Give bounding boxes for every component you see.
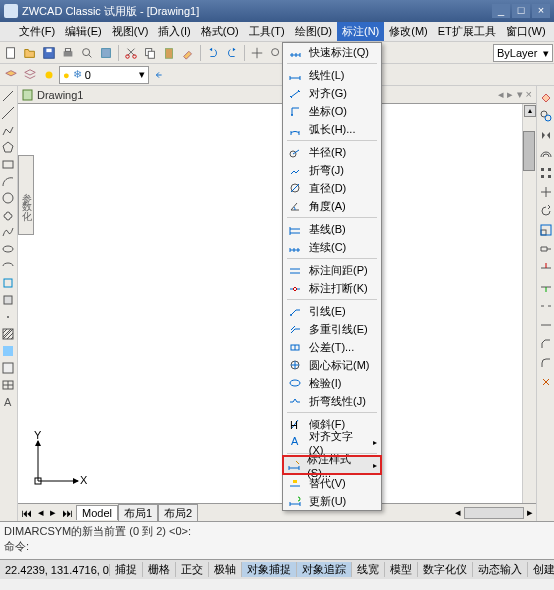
region-icon[interactable] bbox=[0, 360, 16, 376]
join-icon[interactable] bbox=[537, 316, 554, 334]
break-icon[interactable] bbox=[537, 297, 554, 315]
command-line[interactable]: DIMARCSYM的新当前置 (0 到 2) <0>: 命令: bbox=[0, 521, 554, 559]
menu-7[interactable]: 标注(N) bbox=[337, 22, 384, 41]
menuitem-rad[interactable]: 半径(R) bbox=[283, 143, 381, 161]
polygon-icon[interactable] bbox=[0, 139, 16, 155]
status-对象捕捉[interactable]: 对象捕捉 bbox=[242, 562, 297, 577]
hscroll-right[interactable]: ▸ bbox=[524, 506, 536, 519]
menu-4[interactable]: 格式(O) bbox=[196, 22, 244, 41]
status-动态输入[interactable]: 动态输入 bbox=[473, 562, 528, 577]
hscroll-thumb[interactable] bbox=[464, 507, 524, 519]
parametric-palette[interactable]: 参 数 化 bbox=[18, 155, 34, 235]
vertical-scrollbar[interactable]: ▴ bbox=[522, 104, 536, 503]
spline-icon[interactable] bbox=[0, 224, 16, 240]
scroll-thumb[interactable] bbox=[523, 131, 535, 171]
menuitem-ord[interactable]: 坐标(O) bbox=[283, 102, 381, 120]
drawing-area[interactable]: Drawing1 ◂ ▸ ▾ × X Y ▴ ⏮ ◂ ▸ ⏭ bbox=[18, 86, 536, 521]
print-icon[interactable] bbox=[59, 44, 77, 62]
menu-10[interactable]: 窗口(W) bbox=[501, 22, 551, 41]
linetype-combo[interactable]: ByLayer▾ bbox=[493, 44, 553, 62]
arc-icon[interactable] bbox=[0, 173, 16, 189]
menuitem-lea[interactable]: 引线(E) bbox=[283, 302, 381, 320]
line-icon[interactable] bbox=[0, 88, 16, 104]
layer-icon[interactable] bbox=[2, 66, 20, 84]
array-icon[interactable] bbox=[537, 164, 554, 182]
revcloud-icon[interactable] bbox=[0, 207, 16, 223]
preview-icon[interactable] bbox=[78, 44, 96, 62]
menuitem-ali[interactable]: 对齐(G) bbox=[283, 84, 381, 102]
trim-icon[interactable] bbox=[537, 259, 554, 277]
offset-icon[interactable] bbox=[537, 145, 554, 163]
tab-prev[interactable]: ◂ bbox=[35, 506, 47, 519]
redo-icon[interactable] bbox=[223, 44, 241, 62]
menuitem-arc[interactable]: 弧长(H)... bbox=[283, 120, 381, 138]
tab-arrows[interactable]: ◂ ▸ ▾ × bbox=[498, 88, 536, 101]
pline-icon[interactable] bbox=[0, 122, 16, 138]
table-icon[interactable] bbox=[0, 377, 16, 393]
menu-11[interactable]: 帮助(H) bbox=[551, 22, 554, 41]
rectangle-icon[interactable] bbox=[0, 156, 16, 172]
mirror-icon[interactable] bbox=[537, 126, 554, 144]
layer-prev-icon[interactable] bbox=[150, 66, 168, 84]
menu-6[interactable]: 绘图(D) bbox=[290, 22, 337, 41]
menuitem-upd[interactable]: 更新(U) bbox=[283, 492, 381, 510]
insert-icon[interactable] bbox=[0, 275, 16, 291]
document-tab[interactable]: Drawing1 ◂ ▸ ▾ × bbox=[18, 86, 536, 104]
coords-display[interactable]: 22.4239, 131.4716, 0 bbox=[0, 564, 110, 576]
canvas[interactable]: X Y bbox=[18, 104, 522, 503]
chamfer-icon[interactable] bbox=[537, 335, 554, 353]
matchprop-icon[interactable] bbox=[179, 44, 197, 62]
menuitem-sty[interactable]: 标注样式(S)...▸ bbox=[283, 456, 381, 474]
fillet-icon[interactable] bbox=[537, 354, 554, 372]
hatch-icon[interactable] bbox=[0, 326, 16, 342]
point-icon[interactable] bbox=[0, 309, 16, 325]
status-捕捉[interactable]: 捕捉 bbox=[110, 562, 143, 577]
publish-icon[interactable] bbox=[97, 44, 115, 62]
status-正交[interactable]: 正交 bbox=[176, 562, 209, 577]
mtext-icon[interactable]: A bbox=[0, 394, 16, 410]
menu-5[interactable]: 工具(T) bbox=[244, 22, 290, 41]
layer-combo[interactable]: ● ❄ 0 ▾ bbox=[59, 66, 149, 84]
ellipse-icon[interactable] bbox=[0, 241, 16, 257]
menu-1[interactable]: 编辑(E) bbox=[60, 22, 107, 41]
menuitem-jog[interactable]: 折弯(J) bbox=[283, 161, 381, 179]
menu-9[interactable]: ET扩展工具 bbox=[433, 22, 501, 41]
status-线宽[interactable]: 线宽 bbox=[352, 562, 385, 577]
pan-icon[interactable] bbox=[248, 44, 266, 62]
menuitem-con[interactable]: 连续(C) bbox=[283, 238, 381, 256]
xline-icon[interactable] bbox=[0, 105, 16, 121]
cut-icon[interactable] bbox=[122, 44, 140, 62]
undo-icon[interactable] bbox=[204, 44, 222, 62]
menuitem-atx[interactable]: A对齐文字(X)▸ bbox=[283, 433, 381, 451]
menuitem-lin[interactable]: 线性(L) bbox=[283, 66, 381, 84]
status-栅格[interactable]: 栅格 bbox=[143, 562, 176, 577]
tab-layout2[interactable]: 布局2 bbox=[158, 504, 198, 522]
menuitem-qdim[interactable]: 快速标注(Q) bbox=[283, 43, 381, 61]
layer-state-icon[interactable] bbox=[21, 66, 39, 84]
layer-off-icon[interactable] bbox=[40, 66, 58, 84]
block-icon[interactable] bbox=[0, 292, 16, 308]
rotate-icon[interactable] bbox=[537, 202, 554, 220]
paste-icon[interactable] bbox=[160, 44, 178, 62]
circle-icon[interactable] bbox=[0, 190, 16, 206]
menuitem-bas[interactable]: 基线(B) bbox=[283, 220, 381, 238]
maximize-button[interactable]: □ bbox=[512, 4, 530, 18]
new-icon[interactable] bbox=[2, 44, 20, 62]
minimize-button[interactable]: _ bbox=[492, 4, 510, 18]
menuitem-spa[interactable]: 标注间距(P) bbox=[283, 261, 381, 279]
menu-8[interactable]: 修改(M) bbox=[384, 22, 433, 41]
copy-obj-icon[interactable] bbox=[537, 107, 554, 125]
status-极轴[interactable]: 极轴 bbox=[209, 562, 242, 577]
menuitem-tol[interactable]: 公差(T)... bbox=[283, 338, 381, 356]
save-icon[interactable] bbox=[40, 44, 58, 62]
status-数字化仪[interactable]: 数字化仪 bbox=[418, 562, 473, 577]
close-button[interactable]: × bbox=[532, 4, 550, 18]
explode-icon[interactable] bbox=[537, 373, 554, 391]
menuitem-jol[interactable]: 折弯线性(J) bbox=[283, 392, 381, 410]
stretch-icon[interactable] bbox=[537, 240, 554, 258]
status-创建和隐[interactable]: 创建和隐 bbox=[528, 562, 554, 577]
menuitem-ins[interactable]: 检验(I) bbox=[283, 374, 381, 392]
copy-icon[interactable] bbox=[141, 44, 159, 62]
menu-0[interactable]: 文件(F) bbox=[14, 22, 60, 41]
hscroll-left[interactable]: ◂ bbox=[452, 506, 464, 519]
